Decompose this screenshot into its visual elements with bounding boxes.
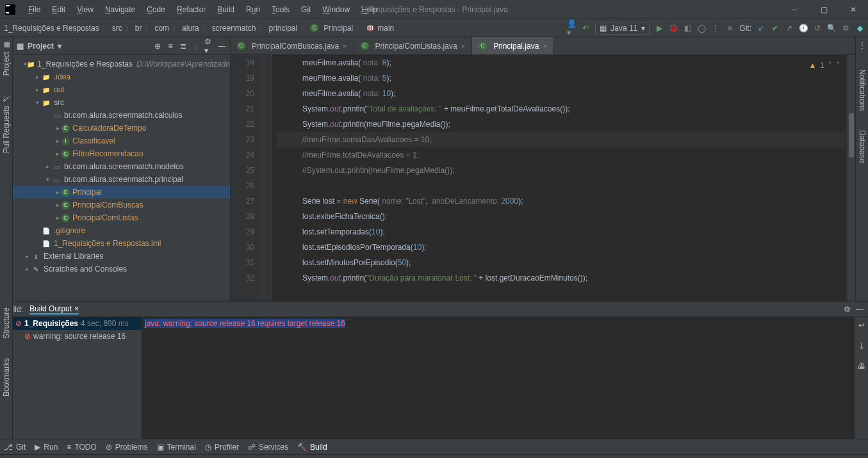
user-icon[interactable]: 👤▾ — [567, 24, 576, 33]
more-icon[interactable]: ⋮ — [858, 41, 867, 50]
crumb[interactable]: alura 〉 — [182, 22, 209, 33]
tree-item[interactable]: 📄.gitignore — [13, 224, 230, 237]
vcs-history-icon[interactable]: 🕘 — [799, 24, 808, 33]
tree-item[interactable]: ▸📁.idea — [13, 70, 230, 83]
maximize-button[interactable]: ▢ — [809, 0, 839, 19]
attach-icon[interactable]: ⋮ — [711, 24, 720, 33]
minimize-button[interactable]: ─ — [780, 0, 809, 19]
code-area[interactable]: 181920212223242526272829303132 meuFilme.… — [231, 55, 855, 301]
tw-services[interactable]: ☍Services — [248, 443, 288, 452]
profile-icon[interactable]: ◯ — [697, 24, 706, 33]
vcs-commit-icon[interactable]: ✔ — [771, 24, 780, 33]
build-back-icon[interactable]: ↶ — [581, 24, 590, 33]
tw-problems[interactable]: ⊘Problems — [106, 443, 148, 452]
tree-item[interactable]: ▸CCalculadoraDeTempo — [13, 122, 230, 135]
close-icon[interactable]: × — [543, 42, 546, 50]
project-title[interactable]: ▦ Project ▾ — [17, 42, 61, 51]
build-output-tab[interactable]: Build Output × — [29, 304, 79, 315]
menu-build[interactable]: Build — [212, 3, 240, 17]
vcs-push-icon[interactable]: ↗ — [785, 24, 794, 33]
menu-window[interactable]: Window — [317, 3, 355, 17]
tw-profiler[interactable]: ◷Profiler — [205, 443, 239, 452]
menu-tools[interactable]: Tools — [266, 3, 295, 17]
build-tree[interactable]: ⊘ 1_Requisições 4 sec, 690 ms ⊘ warning:… — [13, 317, 142, 439]
ai-icon[interactable]: ◆ — [855, 24, 864, 33]
menu-git[interactable]: Git — [296, 3, 316, 17]
tree-item[interactable]: ▸CFiltroRecomendacao — [13, 147, 230, 160]
tool-project[interactable]: Project ▦ — [2, 41, 11, 76]
menu-file[interactable]: File — [23, 3, 45, 17]
tree-item[interactable]: ▾📁src — [13, 96, 230, 109]
tree-item[interactable]: ▸CPrincipal — [13, 186, 230, 199]
editor-tab[interactable]: CPrincipal.java× — [472, 37, 554, 54]
tree-item[interactable]: ▸✎Scratches and Consoles — [13, 263, 230, 275]
tool-pull-requests[interactable]: Pull Requests ⎇ — [2, 95, 11, 153]
select-opened-icon[interactable]: ⊕ — [153, 42, 162, 51]
menu-run[interactable]: Run — [241, 3, 265, 17]
crumb[interactable]: 1_Requisições e Respostas 〉 — [4, 22, 110, 33]
tree-item[interactable]: ▸⫾External Libraries — [13, 250, 230, 263]
crumb[interactable]: com 〉 — [154, 22, 179, 33]
crumb-class[interactable]: CPrincipal 〉 — [310, 22, 363, 33]
tree-item[interactable]: ▾▭br.com.alura.screenmatch.principal — [13, 173, 230, 186]
tree-item[interactable]: 📄1_Requisições e Respostas.iml — [13, 237, 230, 250]
next-highlight-icon[interactable]: ˅ — [836, 58, 840, 73]
close-icon[interactable]: × — [343, 42, 347, 50]
crumb[interactable]: src 〉 — [112, 22, 133, 33]
build-output[interactable]: java: warning: source release 16 require… — [142, 317, 854, 439]
editor-scrollbar[interactable] — [848, 55, 855, 301]
tw-terminal[interactable]: ▣Terminal — [157, 443, 196, 452]
expand-all-icon[interactable]: ≡ — [166, 42, 175, 51]
inspection-widget[interactable]: ▲1 ˄ ˅ — [808, 58, 840, 73]
fold-gutter[interactable] — [263, 55, 272, 301]
coverage-icon[interactable]: ◧ — [683, 24, 692, 33]
tw-build[interactable]: 🔨Build — [297, 443, 327, 452]
code-text[interactable]: meuFilme.avalia( nota: 8); meuFilme.aval… — [272, 55, 846, 301]
crumb[interactable]: br 〉 — [135, 22, 152, 33]
project-tree[interactable]: ▾📁1_Requisições e RespostasD:\Workspace\… — [13, 55, 230, 301]
crumb[interactable]: screenmatch 〉 — [212, 22, 266, 33]
scroll-end-icon[interactable]: ⤓ — [857, 341, 866, 350]
tree-item[interactable]: ▾📁1_Requisições e RespostasD:\Workspace\… — [13, 58, 230, 70]
crumb[interactable]: principal 〉 — [269, 22, 308, 33]
gear-icon[interactable]: ⚙ ▾ — [204, 42, 213, 51]
tree-item[interactable]: ▸CPrincipalComBuscas — [13, 199, 230, 211]
print-icon[interactable]: 🖶 — [857, 362, 866, 371]
menu-code[interactable]: Code — [142, 3, 170, 17]
soft-wrap-icon[interactable]: ↩ — [857, 321, 866, 330]
stop-icon[interactable]: ■ — [725, 24, 734, 33]
tree-item[interactable]: ▸CPrincipalComListas — [13, 211, 230, 224]
run-icon[interactable]: ▶ — [655, 24, 664, 33]
tree-item[interactable]: ▸IClassificavel — [13, 135, 230, 147]
gear-icon[interactable]: ⚙ — [842, 305, 851, 314]
hide-icon[interactable]: — — [855, 305, 864, 314]
ide-settings-icon[interactable]: ⚙ — [841, 24, 850, 33]
menu-view[interactable]: View — [72, 3, 99, 17]
crumb-method[interactable]: mmain — [366, 24, 394, 33]
editor-tab[interactable]: CPrincipalComListas.java× — [354, 37, 473, 54]
tw-git[interactable]: ⎇Git — [4, 443, 26, 452]
close-button[interactable]: ✕ — [839, 0, 868, 19]
build-child[interactable]: ⊘ warning: source release 16 — [13, 330, 142, 343]
tree-item[interactable]: ▭br.com.alura.screenmatch.calculos — [13, 109, 230, 122]
menu-navigate[interactable]: Navigate — [100, 3, 140, 17]
collapse-all-icon[interactable]: ≣ — [179, 42, 188, 51]
run-config-combo[interactable]: ▦Java 11▾ — [595, 22, 650, 35]
tree-item[interactable]: ▸📁out — [13, 83, 230, 96]
tw-todo[interactable]: ≡TODO — [67, 443, 96, 452]
debug-icon[interactable]: 🐞 — [669, 24, 678, 33]
menu-edit[interactable]: Edit — [47, 3, 70, 17]
prev-highlight-icon[interactable]: ˄ — [828, 58, 832, 73]
tool-bookmarks[interactable]: Bookmarks — [2, 358, 11, 397]
tool-notifications[interactable]: Notifications — [858, 69, 867, 111]
hide-icon[interactable]: — — [217, 42, 226, 51]
menu-refactor[interactable]: Refactor — [172, 3, 211, 17]
vcs-update-icon[interactable]: ↙ — [757, 24, 766, 33]
tool-database[interactable]: Database — [858, 130, 867, 163]
tree-item[interactable]: ▸▭br.com.alura.screenmatch.modelos — [13, 160, 230, 173]
build-root[interactable]: ⊘ 1_Requisições 4 sec, 690 ms — [13, 317, 142, 330]
close-icon[interactable]: × — [74, 304, 79, 313]
search-icon[interactable]: 🔍 — [827, 24, 836, 33]
tool-structure[interactable]: Structure — [2, 307, 11, 339]
vcs-rollback-icon[interactable]: ↺ — [813, 24, 822, 33]
